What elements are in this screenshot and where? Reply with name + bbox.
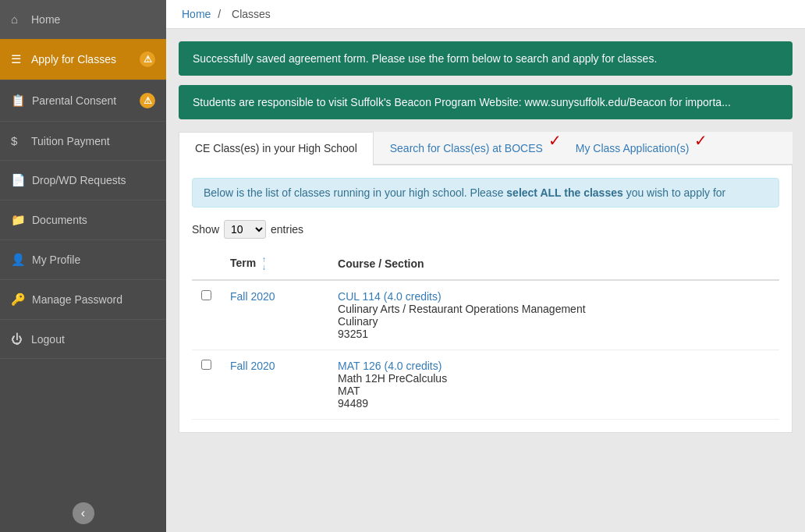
show-entries-control: Show 10 25 50 100 entries bbox=[192, 220, 779, 239]
sort-icon-term[interactable]: ↑↓ bbox=[262, 256, 266, 271]
folder-icon: 📁 bbox=[11, 213, 26, 227]
sidebar-item-logout[interactable]: ⏻ Logout bbox=[0, 320, 166, 359]
row-checkbox-cell bbox=[192, 280, 221, 350]
sidebar-item-label: Parental Consent bbox=[32, 94, 133, 107]
sidebar-item-label: Logout bbox=[31, 333, 155, 346]
sidebar-item-label: Documents bbox=[32, 214, 155, 226]
home-icon: ⌂ bbox=[11, 12, 25, 26]
classes-table: Term ↑↓ Course / Section bbox=[192, 248, 779, 420]
table-row: Fall 2020 MAT 126 (4.0 credits) Math 12H… bbox=[192, 350, 779, 420]
row-term: Fall 2020 bbox=[221, 280, 328, 350]
row-term: Fall 2020 bbox=[221, 350, 328, 420]
warning-badge: ⚠ bbox=[140, 93, 155, 108]
main-content: Home / Classes Successfully saved agreem… bbox=[166, 0, 805, 532]
tab-boces[interactable]: Search for Class(es) at BOCES ✓ bbox=[374, 132, 559, 164]
logout-icon: ⏻ bbox=[11, 332, 25, 346]
tabs-container: CE Class(es) in your High School Search … bbox=[179, 132, 793, 433]
topbar: Home / Classes bbox=[166, 0, 805, 29]
sidebar-item-label: Home bbox=[31, 13, 155, 26]
entries-select[interactable]: 10 25 50 100 bbox=[224, 220, 266, 239]
sidebar-item-parental-consent[interactable]: 📋 Parental Consent ⚠ bbox=[0, 80, 166, 122]
sidebar-item-label: My Profile bbox=[32, 254, 155, 266]
course-name: Culinary Arts / Restaurant Operations Ma… bbox=[338, 303, 586, 315]
sidebar-item-label: Drop/WD Requests bbox=[32, 174, 155, 186]
sidebar-item-tuition-payment[interactable]: $ Tuition Payment bbox=[0, 122, 166, 161]
sidebar-item-label: Apply for Classes bbox=[31, 53, 133, 66]
tab-high-school[interactable]: CE Class(es) in your High School bbox=[179, 132, 374, 165]
row-checkbox[interactable] bbox=[201, 290, 211, 300]
col-header-checkbox bbox=[192, 248, 221, 280]
row-checkbox-cell bbox=[192, 350, 221, 420]
breadcrumb: Home / Classes bbox=[182, 8, 789, 20]
breadcrumb-home[interactable]: Home bbox=[182, 8, 211, 20]
warning-badge: ⚠ bbox=[140, 51, 155, 67]
sidebar-item-drop-wd[interactable]: 📄 Drop/WD Requests bbox=[0, 161, 166, 200]
breadcrumb-current: Classes bbox=[232, 8, 271, 20]
clipboard-icon: 📋 bbox=[11, 94, 26, 108]
dollar-icon: $ bbox=[11, 134, 25, 147]
sidebar-item-my-profile[interactable]: 👤 My Profile bbox=[0, 240, 166, 280]
tab-my-application[interactable]: My Class Application(s) ✓ bbox=[559, 132, 706, 164]
sidebar-collapse[interactable]: ‹ bbox=[0, 495, 166, 532]
key-icon: 🔑 bbox=[11, 293, 26, 307]
sidebar-item-manage-password[interactable]: 🔑 Manage Password bbox=[0, 280, 166, 320]
col-header-course[interactable]: Course / Section bbox=[328, 248, 779, 280]
tab-content-high-school: Below is the list of classes running in … bbox=[179, 165, 793, 433]
col-header-term[interactable]: Term ↑↓ bbox=[221, 248, 328, 280]
sidebar: ⌂ Home ☰ Apply for Classes ⚠ 📋 Parental … bbox=[0, 0, 166, 532]
list-icon: ☰ bbox=[11, 52, 25, 66]
course-id: 93251 bbox=[338, 328, 368, 340]
table-row: Fall 2020 CUL 114 (4.0 credits) Culinary… bbox=[192, 280, 779, 350]
success-alert: Successfully saved agreement form. Pleas… bbox=[179, 41, 793, 76]
course-dept: Culinary bbox=[338, 315, 378, 328]
info-alert: Students are responsible to visit Suffol… bbox=[179, 85, 793, 119]
content-area: Successfully saved agreement form. Pleas… bbox=[166, 29, 805, 532]
sidebar-item-documents[interactable]: 📁 Documents bbox=[0, 200, 166, 240]
course-link[interactable]: MAT 126 (4.0 credits) bbox=[338, 360, 442, 372]
tab-info-text: Below is the list of classes running in … bbox=[192, 178, 779, 207]
course-dept: MAT bbox=[338, 385, 360, 397]
row-course: CUL 114 (4.0 credits) Culinary Arts / Re… bbox=[328, 280, 779, 350]
sidebar-item-home[interactable]: ⌂ Home bbox=[0, 0, 166, 39]
sidebar-item-apply-classes[interactable]: ☰ Apply for Classes ⚠ bbox=[0, 39, 166, 80]
checkmark-application: ✓ bbox=[694, 131, 707, 150]
course-link[interactable]: CUL 114 (4.0 credits) bbox=[338, 290, 442, 303]
course-id: 94489 bbox=[338, 397, 368, 410]
breadcrumb-separator: / bbox=[218, 8, 221, 20]
person-icon: 👤 bbox=[11, 253, 26, 267]
sidebar-item-label: Manage Password bbox=[32, 293, 155, 306]
course-name: Math 12H PreCalculus bbox=[338, 372, 447, 385]
tabs-header: CE Class(es) in your High School Search … bbox=[179, 132, 793, 165]
row-course: MAT 126 (4.0 credits) Math 12H PreCalcul… bbox=[328, 350, 779, 420]
sidebar-item-label: Tuition Payment bbox=[31, 135, 155, 147]
row-checkbox[interactable] bbox=[201, 360, 211, 370]
document-icon: 📄 bbox=[11, 173, 26, 187]
collapse-button[interactable]: ‹ bbox=[73, 502, 94, 524]
